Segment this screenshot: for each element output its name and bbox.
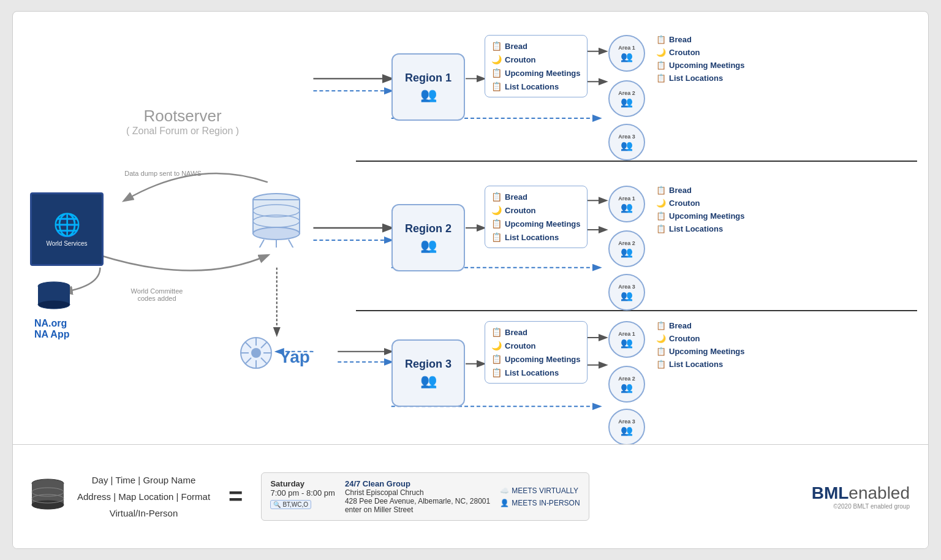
na-app-text: NA App xyxy=(34,329,69,340)
region2-title: Region 2 xyxy=(405,222,452,235)
world-committee-label: World Committeecodes added xyxy=(114,287,200,302)
legend-card-right: ☁️ MEETS VIRTUALLY 👤 MEETS IN-PERSON xyxy=(500,479,580,514)
r3-rf-bread: 📋Bread xyxy=(656,319,745,332)
r2-right-features: 📋Bread 🌙Crouton 📋Upcoming Meetings 📋List… xyxy=(656,184,745,235)
r2-locations-icon: 📋 xyxy=(491,232,502,242)
r2-rf-crouton-icon: 🌙 xyxy=(656,199,666,208)
r2-area2-label: Area 2 xyxy=(618,240,635,246)
bml-logo: BMLenabled xyxy=(812,483,910,503)
separator-1 xyxy=(356,161,917,162)
r2-area1-people: 👥 xyxy=(621,202,633,213)
legend-text-block: Day | Time | Group Name Address | Map Lo… xyxy=(77,472,210,521)
legend-tag: 🔍 BT,WC,O xyxy=(270,500,311,509)
r1-rf-upcoming-icon: 📋 xyxy=(656,61,666,70)
world-services-label: World Services xyxy=(46,240,87,247)
r2-rf-upcoming-icon: 📋 xyxy=(656,211,666,221)
r3-area1-circle: Area 1 👥 xyxy=(608,321,645,358)
r2-area3-people: 👥 xyxy=(621,290,633,301)
r3-rf-locations-icon: 📋 xyxy=(656,360,666,369)
r3-rf-bread-icon: 📋 xyxy=(656,321,666,330)
r2-bread-icon: 📋 xyxy=(491,192,502,202)
r3-area3-label: Area 3 xyxy=(618,418,635,425)
svg-point-22 xyxy=(253,227,300,240)
data-dump-label: Data dump sent to NAWS xyxy=(120,170,206,177)
bml-branding: BMLenabled ©2020 BMLT enabled group xyxy=(812,483,910,510)
region1-feature-list: 📋 Bread 🌙 Crouton 📋 Upcoming Meetings 📋 … xyxy=(485,35,588,97)
r1-upcoming-icon: 📋 xyxy=(491,68,502,78)
region1-title: Region 1 xyxy=(405,72,452,85)
na-org-text: NA.org xyxy=(34,318,69,329)
region2-feature-list: 📋Bread 🌙Crouton 📋Upcoming Meetings 📋List… xyxy=(485,186,588,248)
legend-equals: = xyxy=(229,483,243,510)
enabled-text: enabled xyxy=(848,483,910,502)
legend-time: 7:00 pm - 8:00 pm xyxy=(270,488,335,498)
naorg-db xyxy=(37,281,71,315)
r3-locations-icon: 📋 xyxy=(491,368,502,377)
r2-area1-label: Area 1 xyxy=(618,195,635,202)
legend-card: Saturday 7:00 pm - 8:00 pm 🔍 BT,WC,O 24/… xyxy=(261,472,589,521)
r1-locations-icon: 📋 xyxy=(491,81,502,91)
r2-upcoming-icon: 📋 xyxy=(491,219,502,229)
r1-area2-circle: Area 2 👥 xyxy=(608,80,645,117)
separator-2 xyxy=(356,310,917,311)
r2-rf-bread-icon: 📋 xyxy=(656,186,666,195)
r1-area3-circle: Area 3 👥 xyxy=(608,124,645,161)
r1-rf-crouton: 🌙Crouton xyxy=(656,46,745,59)
rootserver-title: Rootserver xyxy=(126,107,239,126)
r2-upcoming: 📋Upcoming Meetings xyxy=(491,217,581,230)
legend-enter-note: enter on Miller Street xyxy=(345,505,490,514)
r2-rf-crouton: 🌙Crouton xyxy=(656,197,745,210)
svg-line-25 xyxy=(258,240,264,248)
r1-area2-label: Area 2 xyxy=(618,90,635,96)
r1-upcoming: 📋 Upcoming Meetings xyxy=(491,66,581,80)
r1-rf-upcoming: 📋Upcoming Meetings xyxy=(656,59,745,72)
world-services-stamp: 🌐 World Services xyxy=(30,192,104,266)
na-labels: NA.org NA App xyxy=(34,318,69,340)
r3-area1-people: 👥 xyxy=(621,337,633,349)
r1-rf-locations-icon: 📋 xyxy=(656,74,666,83)
r3-rf-upcoming: 📋Upcoming Meetings xyxy=(656,345,745,358)
r2-area2-circle: Area 2 👥 xyxy=(608,230,645,267)
r1-bread-icon: 📋 xyxy=(491,41,502,51)
r3-area2-label: Area 2 xyxy=(618,376,635,382)
r3-area2-circle: Area 2 👥 xyxy=(608,366,645,403)
r3-area2-people: 👥 xyxy=(621,382,633,393)
bottom-legend: Day | Time | Group Name Address | Map Lo… xyxy=(13,444,928,548)
r3-bread-icon: 📋 xyxy=(491,327,502,337)
meets-virtually: ☁️ MEETS VIRTUALLY xyxy=(500,486,578,495)
r2-area3-circle: Area 3 👥 xyxy=(608,274,645,311)
r1-area3-label: Area 3 xyxy=(618,134,635,140)
rootserver-db xyxy=(252,192,301,248)
r2-locations: 📋List Locations xyxy=(491,230,581,244)
cloud-icon: ☁️ xyxy=(500,486,509,495)
bml-text: BML xyxy=(812,483,849,502)
r2-crouton: 🌙Crouton xyxy=(491,203,581,217)
r3-right-features: 📋Bread 🌙Crouton 📋Upcoming Meetings 📋List… xyxy=(656,319,745,371)
legend-card-inner: Saturday 7:00 pm - 8:00 pm 🔍 BT,WC,O 24/… xyxy=(270,479,580,514)
r1-crouton: 🌙 Crouton xyxy=(491,53,581,66)
r3-crouton: 🌙Crouton xyxy=(491,339,581,352)
r1-area1-people: 👥 xyxy=(621,51,633,62)
r3-area3-people: 👥 xyxy=(621,425,633,436)
legend-left-section: Day | Time | Group Name Address | Map Lo… xyxy=(31,472,589,521)
r2-crouton-icon: 🌙 xyxy=(491,205,502,215)
r1-rf-locations: 📋List Locations xyxy=(656,72,745,85)
region1-box: Region 1 👥 xyxy=(391,53,465,121)
r3-area1-label: Area 1 xyxy=(618,331,635,337)
rootserver-label: Rootserver ( Zonal Forum or Region ) xyxy=(126,107,239,137)
r2-rf-locations: 📋List Locations xyxy=(656,222,745,235)
meets-inperson: 👤 MEETS IN-PERSON xyxy=(500,499,580,507)
r1-area2-people: 👥 xyxy=(621,96,633,108)
globe-icon: 🌐 xyxy=(53,212,81,238)
region2-box: Region 2 👥 xyxy=(391,204,465,271)
r1-crouton-icon: 🌙 xyxy=(491,55,502,64)
yap-node xyxy=(240,336,273,370)
legend-group-name: 24/7 Clean Group xyxy=(345,479,490,488)
region2-people-icon: 👥 xyxy=(420,238,437,254)
bml-copyright: ©2020 BMLT enabled group xyxy=(833,503,910,510)
r1-rf-crouton-icon: 🌙 xyxy=(656,48,666,57)
rootserver-subtitle: ( Zonal Forum or Region ) xyxy=(126,126,239,137)
r3-rf-crouton-icon: 🌙 xyxy=(656,334,666,343)
r1-bread: 📋 Bread xyxy=(491,39,581,53)
legend-card-left: Saturday 7:00 pm - 8:00 pm 🔍 BT,WC,O xyxy=(270,479,335,514)
